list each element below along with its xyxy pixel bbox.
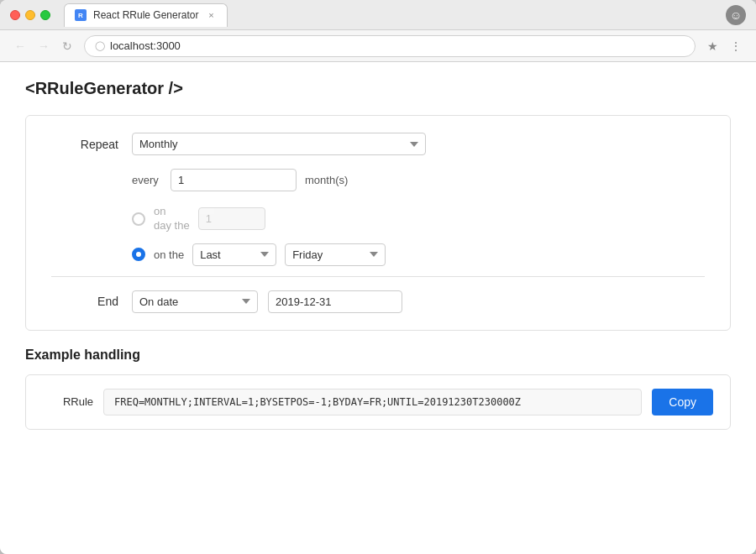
user-account-icon[interactable]: ☺ (726, 5, 746, 25)
bookmark-button[interactable]: ★ (702, 36, 722, 56)
end-date-input[interactable]: 2019-12-31 (268, 290, 402, 313)
every-input[interactable]: 1 (171, 169, 297, 191)
every-label: every (132, 174, 162, 186)
nav-buttons: ← → ↻ (10, 36, 77, 56)
every-row: every 1 month(s) (132, 169, 705, 191)
reload-button[interactable]: ↻ (57, 36, 77, 56)
on-label: on (154, 205, 190, 219)
forward-button[interactable]: → (34, 36, 54, 56)
lock-icon: ◯ (95, 40, 105, 51)
on-day-row: on day the 1 (132, 205, 705, 233)
close-button[interactable] (10, 10, 20, 20)
active-tab[interactable]: R React RRule Generator × (64, 3, 228, 27)
end-label: End (51, 295, 118, 308)
on-the-radio[interactable] (132, 248, 145, 261)
repeat-label: Repeat (51, 138, 118, 151)
end-select[interactable]: Never After On date (132, 290, 258, 313)
page-title: <RRuleGenerator /> (25, 79, 731, 98)
tab-title: React RRule Generator (93, 9, 198, 21)
minimize-button[interactable] (25, 10, 35, 20)
rrule-form-card: Repeat Yearly Monthly Weekly Daily Hourl… (25, 115, 731, 331)
browser-window: R React RRule Generator × ☺ ← → ↻ ◯ loca… (0, 0, 756, 554)
rrule-card: RRule FREQ=MONTHLY;INTERVAL=1;BYSETPOS=-… (25, 374, 731, 430)
maximize-button[interactable] (40, 10, 50, 20)
menu-button[interactable]: ⋮ (726, 36, 746, 56)
title-bar: R React RRule Generator × ☺ (0, 0, 756, 30)
tab-close-button[interactable]: × (205, 9, 217, 21)
on-the-row: on the First Second Third Fourth Last Mo… (132, 243, 705, 266)
day-the-label: day the (154, 219, 190, 233)
on-day-radio[interactable] (132, 212, 145, 226)
rrule-label: RRule (43, 395, 93, 408)
back-button[interactable]: ← (10, 36, 30, 56)
section-divider (51, 276, 705, 277)
address-bar: ← → ↻ ◯ localhost:3000 ★ ⋮ (0, 30, 756, 62)
example-section: Example handling RRule FREQ=MONTHLY;INTE… (25, 348, 731, 430)
repeat-row: Repeat Yearly Monthly Weekly Daily Hourl… (51, 133, 705, 155)
repeat-select[interactable]: Yearly Monthly Weekly Daily Hourly Minut… (132, 133, 426, 155)
on-the-select[interactable]: First Second Third Fourth Last (192, 243, 276, 266)
day-of-week-select[interactable]: Monday Tuesday Wednesday Thursday Friday… (285, 243, 386, 266)
tab-favicon: R (75, 9, 87, 21)
tab-bar: R React RRule Generator × (64, 3, 719, 27)
address-actions: ★ ⋮ (702, 36, 746, 56)
rrule-value-box: FREQ=MONTHLY;INTERVAL=1;BYSETPOS=-1;BYDA… (103, 389, 642, 416)
on-day-select-wrapper: 1 (198, 207, 265, 230)
example-title: Example handling (25, 348, 731, 363)
traffic-lights (10, 10, 50, 20)
months-label: month(s) (305, 174, 348, 186)
url-bar[interactable]: ◯ localhost:3000 (84, 35, 696, 57)
page-content: <RRuleGenerator /> Repeat Yearly Monthly… (0, 62, 756, 554)
url-text: localhost:3000 (110, 39, 181, 52)
copy-button[interactable]: Copy (652, 389, 713, 416)
on-the-label: on the (154, 248, 184, 261)
end-row: End Never After On date 2019-12-31 (51, 290, 705, 313)
on-day-labels: on day the (154, 205, 190, 233)
day-number-select[interactable]: 1 (198, 207, 265, 230)
